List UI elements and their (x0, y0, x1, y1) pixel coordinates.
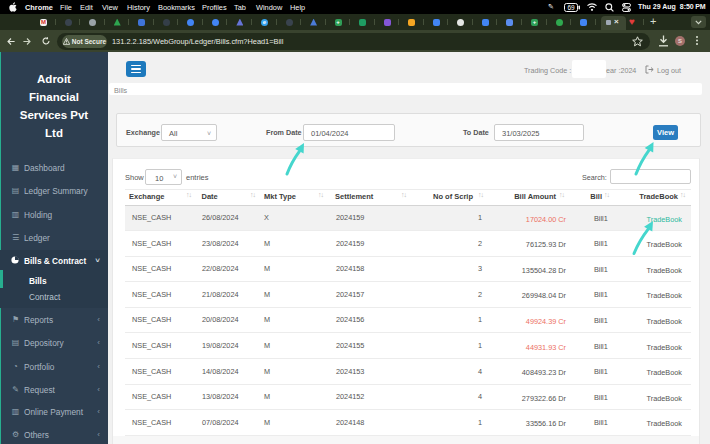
svg-text:69: 69 (567, 4, 575, 11)
